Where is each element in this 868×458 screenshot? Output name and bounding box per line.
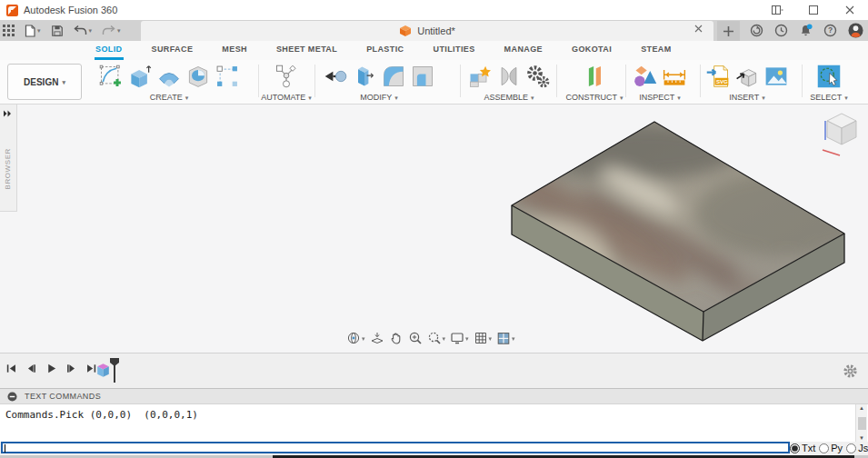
3d-viewport[interactable]: BROWSER bbox=[0, 105, 868, 353]
toolbar-divider bbox=[556, 65, 557, 97]
grid-snap-icon[interactable] bbox=[474, 330, 493, 346]
tab-sheet-metal[interactable]: SHEET METAL bbox=[275, 41, 338, 60]
group-construct: CONSTRUCT bbox=[569, 62, 620, 102]
document-tab[interactable]: Untitled* bbox=[141, 21, 713, 41]
notifications-icon[interactable] bbox=[799, 24, 813, 37]
new-tab-button[interactable] bbox=[717, 21, 740, 41]
analysis-icon[interactable] bbox=[632, 63, 659, 90]
insert-svg-icon[interactable]: SVG bbox=[704, 63, 732, 90]
viewports-icon[interactable] bbox=[496, 330, 515, 346]
output-scrollbar[interactable]: ▲ ▼ bbox=[855, 404, 867, 442]
offset-face-icon[interactable] bbox=[351, 63, 378, 90]
document-cube-icon bbox=[399, 25, 412, 37]
close-tab-icon[interactable] bbox=[694, 25, 703, 33]
scroll-up-icon[interactable]: ▲ bbox=[859, 405, 864, 411]
workspace-selector[interactable]: DESIGN bbox=[7, 64, 82, 100]
timeline-position-marker[interactable] bbox=[109, 357, 120, 383]
expand-browser-icon[interactable] bbox=[3, 110, 12, 117]
window-layout-icon[interactable] bbox=[759, 0, 795, 20]
tab-solid[interactable]: SOLID bbox=[95, 41, 124, 60]
orbit-icon[interactable] bbox=[346, 330, 365, 346]
modify-menu-label[interactable]: MODIFY bbox=[360, 93, 392, 102]
group-create: CREATE bbox=[95, 62, 244, 102]
window-controls bbox=[759, 0, 868, 20]
create-sketch-icon[interactable] bbox=[97, 63, 125, 90]
mode-option-py[interactable]: Py bbox=[819, 443, 843, 453]
zoom-icon[interactable] bbox=[408, 330, 423, 346]
scrollbar-thumb[interactable] bbox=[858, 417, 866, 430]
text-commands-header[interactable]: TEXT COMMANDS bbox=[0, 388, 868, 404]
motion-icon[interactable] bbox=[524, 63, 552, 90]
app-launcher-icon[interactable] bbox=[3, 25, 15, 36]
automate-menu-label[interactable]: AUTOMATE bbox=[261, 93, 305, 102]
toolbar-divider bbox=[460, 65, 461, 97]
undo-button[interactable] bbox=[74, 25, 93, 36]
close-window-icon[interactable] bbox=[832, 0, 868, 20]
maximize-icon[interactable] bbox=[795, 0, 832, 20]
automate-icon[interactable] bbox=[273, 63, 300, 90]
txt-radio[interactable] bbox=[790, 443, 800, 453]
tab-steam[interactable]: STEAM bbox=[640, 41, 673, 60]
file-menu-button[interactable] bbox=[25, 25, 41, 37]
construct-menu-label[interactable]: CONSTRUCT bbox=[566, 93, 618, 102]
view-cube[interactable] bbox=[821, 110, 863, 157]
redo-button[interactable] bbox=[102, 25, 121, 36]
assemble-menu-label[interactable]: ASSEMBLE bbox=[484, 93, 528, 102]
tab-mesh[interactable]: MESH bbox=[221, 41, 248, 60]
tab-plastic[interactable]: PLASTIC bbox=[365, 41, 404, 60]
tab-gokotai[interactable]: GOKOTAI bbox=[571, 41, 613, 60]
scroll-down-icon[interactable]: ▼ bbox=[859, 435, 864, 441]
joint-icon[interactable] bbox=[495, 63, 523, 90]
toolbar-divider bbox=[258, 65, 259, 97]
tab-manage[interactable]: MANAGE bbox=[504, 41, 544, 60]
tab-surface[interactable]: SURFACE bbox=[151, 41, 195, 60]
canvas-image-icon[interactable] bbox=[763, 63, 790, 90]
construct-plane-icon[interactable] bbox=[581, 63, 608, 90]
select-icon[interactable] bbox=[815, 63, 843, 90]
command-input[interactable] bbox=[1, 442, 790, 453]
js-radio-label: Js bbox=[858, 443, 868, 453]
insert-menu-label[interactable]: INSERT bbox=[729, 93, 759, 102]
mode-option-txt[interactable]: Txt bbox=[790, 443, 815, 453]
document-tab-title: Untitled* bbox=[417, 25, 455, 36]
inspect-menu-label[interactable]: INSPECT bbox=[639, 93, 674, 102]
go-to-start-icon[interactable] bbox=[5, 363, 17, 374]
zoom-window-icon[interactable] bbox=[427, 330, 446, 346]
pan-icon[interactable] bbox=[389, 330, 404, 346]
js-radio[interactable] bbox=[846, 443, 856, 453]
text-caret bbox=[5, 444, 5, 453]
select-menu-label[interactable]: SELECT bbox=[810, 93, 842, 102]
model-body[interactable] bbox=[0, 105, 868, 353]
look-at-icon[interactable] bbox=[370, 330, 384, 346]
py-radio[interactable] bbox=[819, 443, 829, 453]
timeline-settings-gear-icon[interactable] bbox=[843, 363, 858, 379]
revolve-icon[interactable] bbox=[155, 63, 183, 90]
chevron-down-icon bbox=[762, 93, 765, 102]
mode-option-js[interactable]: Js bbox=[846, 443, 868, 453]
tab-utilities[interactable]: UTILITIES bbox=[432, 41, 475, 60]
hole-icon[interactable] bbox=[185, 63, 212, 90]
pattern-icon[interactable] bbox=[214, 63, 241, 90]
play-icon[interactable] bbox=[45, 363, 57, 374]
collapse-panel-icon[interactable] bbox=[7, 392, 17, 402]
quick-access-bar: Untitled* ? bbox=[0, 20, 868, 41]
step-forward-icon[interactable] bbox=[65, 363, 77, 374]
group-inspect: INSPECT bbox=[631, 62, 689, 102]
create-menu-label[interactable]: CREATE bbox=[150, 93, 183, 102]
insert-derive-icon[interactable] bbox=[733, 63, 761, 90]
measure-icon[interactable] bbox=[661, 63, 688, 90]
extensions-icon[interactable] bbox=[750, 24, 763, 37]
browser-panel-collapsed[interactable]: BROWSER bbox=[0, 105, 17, 212]
press-pull-icon[interactable] bbox=[322, 63, 349, 90]
job-status-icon[interactable] bbox=[774, 24, 788, 37]
step-back-icon[interactable] bbox=[25, 363, 37, 374]
chevron-down-icon bbox=[844, 93, 848, 102]
user-avatar[interactable] bbox=[848, 23, 863, 38]
shell-icon[interactable] bbox=[409, 63, 436, 90]
fillet-icon[interactable] bbox=[380, 63, 407, 90]
help-icon[interactable]: ? bbox=[823, 24, 837, 37]
new-component-icon[interactable] bbox=[466, 63, 494, 90]
display-settings-icon[interactable] bbox=[450, 330, 469, 346]
extrude-icon[interactable] bbox=[126, 63, 154, 90]
save-button[interactable] bbox=[51, 25, 64, 37]
